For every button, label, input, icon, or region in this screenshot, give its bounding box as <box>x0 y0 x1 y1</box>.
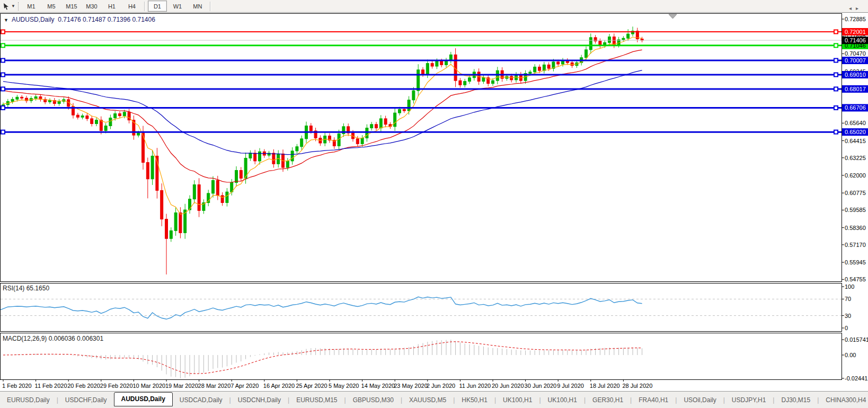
svg-text:0.66706: 0.66706 <box>845 104 866 111</box>
svg-text:28 Jul 2020: 28 Jul 2020 <box>622 383 652 389</box>
timeframe-button-h4[interactable]: H4 <box>122 1 141 12</box>
chart-tab-usdjpy-h1[interactable]: USDJPY,H1 <box>725 394 773 406</box>
svg-text:23 May 2020: 23 May 2020 <box>394 383 428 389</box>
svg-text:5 May 2020: 5 May 2020 <box>329 383 359 389</box>
svg-text:14 May 2020: 14 May 2020 <box>361 383 395 389</box>
macd-signal-line <box>3 342 642 374</box>
svg-text:30 Jun 2020: 30 Jun 2020 <box>525 383 557 389</box>
svg-text:28 Mar 2020: 28 Mar 2020 <box>198 383 231 389</box>
horizontal-line-0.70007[interactable]: 0.70007 <box>1 57 868 64</box>
timeframe-button-h1[interactable]: H1 <box>102 1 121 12</box>
chart-tab-usoil-daily[interactable]: USOil,Daily <box>677 394 723 406</box>
svg-text:0.55945: 0.55945 <box>845 259 866 265</box>
svg-text:70: 70 <box>845 296 851 302</box>
horizontal-line-0.69010[interactable]: 0.69010 <box>1 71 868 78</box>
horizontal-line-0.71046[interactable]: 0.71046 <box>1 42 868 49</box>
cursor-tool-icon[interactable] <box>2 2 11 11</box>
svg-text:29 Feb 2020: 29 Feb 2020 <box>100 383 133 389</box>
svg-text:11 Feb 2020: 11 Feb 2020 <box>35 383 67 389</box>
chart-window: 0.728850.716950.704700.692450.656400.644… <box>0 13 868 391</box>
line-handle <box>834 30 838 33</box>
svg-text:0.60775: 0.60775 <box>845 190 866 196</box>
horizontal-line-0.68017[interactable]: 0.68017 <box>1 85 868 93</box>
date-axis: 1 Feb 202011 Feb 202020 Feb 202029 Feb 2… <box>2 379 652 389</box>
toolbar-grip[interactable] <box>18 2 19 11</box>
chart-tab-dj30-m15[interactable]: DJ30,M15 <box>774 394 817 406</box>
svg-text:0.70007: 0.70007 <box>845 57 866 64</box>
svg-text:0.64415: 0.64415 <box>845 138 866 144</box>
line-handle <box>834 58 838 62</box>
scroll-to-end-marker[interactable] <box>669 14 677 19</box>
line-handle <box>834 73 838 77</box>
chart-dropdown-icon[interactable]: ▼ <box>4 17 8 23</box>
line-handle <box>834 106 838 110</box>
chart-tab-gbpusd-m30[interactable]: GBPUSD,M30 <box>346 394 401 406</box>
timeframe-toolbar: ▼ M1M5M15M30H1H4 D1W1MN <box>0 0 868 13</box>
rsi-pane: 10070300 <box>1 283 854 331</box>
svg-text:25 Apr 2020: 25 Apr 2020 <box>296 383 327 389</box>
toolbar-separator <box>144 2 145 11</box>
cursor-dropdown-icon[interactable]: ▼ <box>11 4 15 8</box>
rsi-line <box>1 297 642 319</box>
svg-text:0.015741: 0.015741 <box>845 336 868 343</box>
timeframe-button-m15[interactable]: M15 <box>62 1 81 12</box>
line-handle <box>1 73 5 77</box>
chart-tab-hk50-h1[interactable]: HK50,H1 <box>455 394 494 406</box>
timeframe-button-d1[interactable]: D1 <box>148 1 167 12</box>
timeframe-button-m30[interactable]: M30 <box>82 1 101 12</box>
timeframe-button-w1[interactable]: W1 <box>168 1 187 12</box>
low-value: 0.71396 <box>108 16 130 23</box>
chart-tab-usdcad-daily[interactable]: USDCAD,Daily <box>173 394 229 406</box>
pane-border <box>1 283 842 332</box>
horizontal-line-0.66706[interactable]: 0.66706 <box>1 104 868 111</box>
chart-tab-usdcnh-daily[interactable]: USDCNH,Daily <box>231 394 288 406</box>
chart-tab-eurusd-m15[interactable]: EURUSD,M15 <box>289 394 344 406</box>
svg-text:9 Jul 2020: 9 Jul 2020 <box>557 383 584 389</box>
chart-tab-ger30-h1[interactable]: GER30,H1 <box>586 394 630 406</box>
chart-tab-china300-h4[interactable]: CHINA300,H4 <box>819 394 868 406</box>
svg-text:11 Jun 2020: 11 Jun 2020 <box>459 383 491 389</box>
chart-tab-eurusd-daily[interactable]: EURUSD,Daily <box>0 394 57 406</box>
timeframe-button-m1[interactable]: M1 <box>22 1 41 12</box>
current-price-marker: 0.71406 <box>1 37 868 44</box>
svg-text:0.59585: 0.59585 <box>845 207 866 213</box>
symbol-name: AUDUSD,Daily <box>12 16 55 23</box>
price-axis: 0.728850.716950.704700.692450.656400.644… <box>842 16 866 282</box>
svg-text:1 Feb 2020: 1 Feb 2020 <box>2 383 32 389</box>
chart-tab-bar: EURUSD,Daily|USDCHF,DailyAUDUSD,DailyUSD… <box>0 391 868 408</box>
svg-text:0.00: 0.00 <box>845 352 856 358</box>
line-handle <box>1 106 5 110</box>
line-handle <box>1 130 5 134</box>
line-handle <box>834 43 838 47</box>
svg-text:0.58360: 0.58360 <box>845 225 866 231</box>
timeframe-button-mn[interactable]: MN <box>188 1 207 12</box>
chart-tab-fra40-h1[interactable]: FRA40,H1 <box>632 394 675 406</box>
svg-text:2 Jun 2020: 2 Jun 2020 <box>427 383 455 389</box>
svg-text:0.72885: 0.72885 <box>845 16 866 22</box>
svg-text:30: 30 <box>845 313 851 319</box>
toolbar-separator <box>210 2 211 11</box>
slow-ma-line <box>3 70 642 155</box>
tab-scroll-right-icon[interactable]: ▸ <box>856 5 863 11</box>
chart-tab-uk100-h1[interactable]: UK100,H1 <box>541 394 584 406</box>
open-value: 0.71476 <box>58 16 81 23</box>
chart-title: ▼AUDUSD,Daily 0.71476 0.71487 0.71396 0.… <box>4 16 155 23</box>
svg-text:0.57170: 0.57170 <box>845 242 866 248</box>
svg-text:0.62000: 0.62000 <box>845 172 866 179</box>
chart-tab-audusd-daily[interactable]: AUDUSD,Daily <box>114 392 173 406</box>
macd-label: MACD(12,26,9) 0.006036 0.006301 <box>3 335 103 342</box>
chart-tab-usdchf-daily[interactable]: USDCHF,Daily <box>58 394 114 406</box>
svg-text:0.65020: 0.65020 <box>845 129 866 135</box>
tab-scroll-left-icon[interactable]: ◂ <box>849 5 856 11</box>
horizontal-line-0.72001[interactable]: 0.72001 <box>1 28 868 36</box>
svg-text:0.69010: 0.69010 <box>845 72 866 78</box>
horizontal-line-0.65020[interactable]: 0.65020 <box>1 128 868 136</box>
svg-text:16 Apr 2020: 16 Apr 2020 <box>263 383 295 389</box>
line-handle <box>1 58 5 62</box>
high-value: 0.71487 <box>83 16 105 23</box>
chart-tab-xauusd-m5[interactable]: XAUUSD,M5 <box>402 394 453 406</box>
svg-text:20 Feb 2020: 20 Feb 2020 <box>67 383 100 389</box>
chart-tab-uk100-h1[interactable]: UK100,H1 <box>496 394 539 406</box>
svg-text:0.65640: 0.65640 <box>845 120 866 126</box>
timeframe-button-m5[interactable]: M5 <box>42 1 61 12</box>
